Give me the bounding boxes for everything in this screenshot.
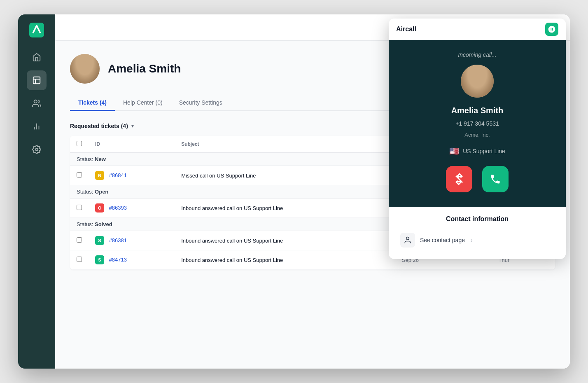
ticket-subject: Inbound answered call on US Support Line: [181, 205, 283, 211]
svg-point-23: [406, 237, 409, 240]
aircall-header: Aircall: [389, 19, 566, 40]
aircall-call-area: Incoming call... Amelia Smith +1 917 304…: [389, 40, 566, 207]
row-checkbox[interactable]: [77, 257, 82, 262]
col-id: ID: [89, 136, 175, 153]
us-flag-icon: 🇺🇸: [449, 146, 460, 156]
svg-point-8: [35, 148, 38, 151]
row-checkbox-cell[interactable]: [70, 231, 89, 250]
sidebar-item-tickets[interactable]: [27, 70, 47, 90]
sidebar-item-settings[interactable]: [27, 140, 47, 159]
tickets-header-chevron-icon: ▾: [131, 123, 134, 129]
support-line-text: US Support Line: [463, 148, 505, 154]
ticket-subject-cell: Missed call on US Support Line: [175, 166, 395, 185]
customer-name: Amelia Smith: [108, 62, 181, 75]
select-all-checkbox[interactable]: [77, 141, 82, 146]
ticket-badge-new: N: [95, 171, 104, 180]
contact-link-icon: [400, 233, 415, 248]
ticket-badge-solved-2: S: [95, 255, 104, 264]
decline-call-button[interactable]: [446, 166, 472, 192]
caller-company: Acme, Inc.: [464, 132, 490, 138]
row-checkbox-cell[interactable]: [70, 199, 89, 218]
sidebar-item-reports[interactable]: [27, 117, 47, 136]
incoming-call-text: Incoming call...: [458, 51, 496, 58]
accept-call-button[interactable]: [482, 166, 509, 192]
col-checkbox: [70, 136, 89, 153]
aircall-logo-icon[interactable]: [545, 23, 558, 36]
sidebar-item-home[interactable]: [27, 47, 47, 67]
call-buttons: [446, 166, 509, 192]
aircall-popup: Aircall Incoming call... Amelia Smith +1…: [389, 19, 566, 259]
ticket-id-cell: S #84713: [89, 250, 175, 270]
ticket-id[interactable]: #86381: [109, 237, 127, 243]
contact-link-chevron-icon: ›: [471, 237, 473, 243]
ticket-badge-solved: S: [95, 236, 104, 245]
sidebar: [18, 14, 55, 369]
see-contact-link[interactable]: See contact page ›: [399, 229, 556, 251]
customer-avatar: [70, 54, 100, 84]
sidebar-item-contacts[interactable]: [27, 93, 47, 113]
support-line-row: 🇺🇸 US Support Line: [449, 146, 505, 156]
col-subject: Subject: [175, 136, 395, 153]
ticket-id[interactable]: #86393: [109, 205, 127, 211]
contact-info-title: Contact information: [399, 215, 556, 223]
row-checkbox[interactable]: [77, 237, 82, 243]
ticket-id-cell: N #86841: [89, 166, 175, 185]
see-contact-page-text: See contact page: [420, 237, 465, 243]
caller-phone: +1 917 304 5531: [455, 120, 499, 127]
ticket-subject-cell: Inbound answered call on US Support Line: [175, 231, 395, 250]
ticket-subject-cell: Inbound answered call on US Support Line: [175, 250, 395, 270]
svg-point-4: [34, 100, 37, 103]
tab-security-settings[interactable]: Security Settings: [171, 95, 231, 111]
ticket-subject: Inbound answered call on US Support Line: [181, 238, 283, 244]
ticket-subject-cell: Inbound answered call on US Support Line: [175, 199, 395, 218]
ticket-id-cell: S #86381: [89, 231, 175, 250]
contact-info-section: Contact information See contact page ›: [389, 207, 566, 259]
row-checkbox[interactable]: [77, 172, 82, 177]
ticket-id-cell: O #86393: [89, 199, 175, 218]
ticket-id[interactable]: #86841: [109, 172, 127, 178]
aircall-title: Aircall: [396, 26, 416, 33]
ticket-badge-open: O: [95, 203, 104, 213]
caller-name: Amelia Smith: [451, 106, 504, 115]
row-checkbox-cell[interactable]: [70, 250, 89, 270]
app-window: Amelia Smith Tickets (4) Help Center (0)…: [18, 14, 570, 369]
tab-tickets[interactable]: Tickets (4): [70, 95, 115, 111]
ticket-subject: Inbound answered call on US Support Line: [181, 257, 283, 263]
row-checkbox-cell[interactable]: [70, 166, 89, 185]
caller-avatar: [461, 65, 494, 98]
row-checkbox[interactable]: [77, 205, 82, 210]
ticket-id[interactable]: #84713: [109, 257, 127, 263]
sidebar-logo: [28, 21, 46, 39]
svg-rect-1: [33, 77, 40, 84]
ticket-subject: Missed call on US Support Line: [181, 173, 256, 179]
tab-help-center[interactable]: Help Center (0): [115, 95, 171, 111]
requested-tickets-label: Requested tickets (4): [70, 123, 128, 129]
